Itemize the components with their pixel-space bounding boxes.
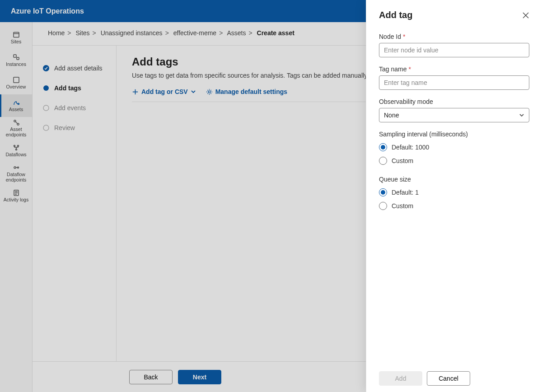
add-button: Add: [379, 371, 422, 386]
radio-label: Custom: [392, 202, 413, 210]
node-id-input[interactable]: [379, 43, 529, 57]
panel-footer: Add Cancel: [366, 365, 542, 392]
node-id-label: Node Id *: [379, 33, 529, 40]
observability-label: Observability mode: [379, 98, 529, 105]
sampling-radio-group: Default: 1000 Custom: [379, 140, 529, 168]
sampling-custom-radio[interactable]: Custom: [379, 154, 529, 168]
queue-label: Queue size: [379, 176, 529, 183]
radio-icon: [379, 143, 387, 151]
radio-icon: [379, 188, 387, 196]
select-value: None: [384, 112, 399, 119]
sampling-default-radio[interactable]: Default: 1000: [379, 140, 529, 154]
radio-icon: [379, 157, 387, 165]
queue-custom-radio[interactable]: Custom: [379, 199, 529, 213]
tag-name-input[interactable]: [379, 75, 529, 90]
radio-label: Custom: [392, 157, 413, 164]
panel-header: Add tag: [366, 0, 542, 25]
cancel-button[interactable]: Cancel: [427, 371, 470, 386]
panel-body: Node Id * Tag name * Observability mode …: [366, 25, 542, 365]
radio-label: Default: 1: [392, 189, 419, 196]
chevron-down-icon: [519, 112, 524, 118]
add-tag-panel: Add tag Node Id * Tag name * Observabili…: [366, 0, 542, 392]
modal-scrim: [0, 0, 366, 392]
observability-select[interactable]: None: [379, 108, 529, 122]
queue-radio-group: Default: 1 Custom: [379, 186, 529, 213]
panel-title: Add tag: [379, 10, 412, 20]
queue-default-radio[interactable]: Default: 1: [379, 186, 529, 199]
radio-label: Default: 1000: [392, 144, 429, 151]
sampling-label: Sampling interval (milliseconds): [379, 131, 529, 138]
tag-name-label: Tag name *: [379, 65, 529, 73]
radio-icon: [379, 202, 387, 210]
close-icon[interactable]: [522, 12, 529, 19]
